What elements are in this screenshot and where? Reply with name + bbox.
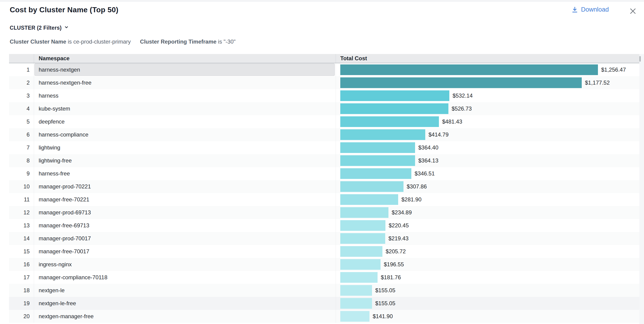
cost-value: $219.43 bbox=[388, 235, 408, 242]
row-cost-cell[interactable]: $281.90 bbox=[336, 193, 639, 206]
scrollbar-thumb[interactable] bbox=[639, 56, 641, 62]
row-cost-cell[interactable]: $234.89 bbox=[336, 206, 639, 219]
row-cost-cell[interactable]: $141.90 bbox=[336, 310, 639, 323]
row-cost-cell[interactable]: $414.79 bbox=[336, 128, 639, 141]
row-cost-cell[interactable]: $220.45 bbox=[336, 219, 639, 232]
row-cost-cell[interactable]: $532.14 bbox=[336, 89, 639, 102]
row-namespace-cell[interactable]: nextgen-manager-free bbox=[34, 310, 336, 323]
row-namespace-cell[interactable]: kube-system bbox=[34, 102, 336, 115]
row-rank: 11 bbox=[9, 193, 34, 206]
table-row[interactable]: 20 nextgen-manager-free $141.90 bbox=[9, 310, 639, 323]
row-cost-cell[interactable]: $181.76 bbox=[336, 271, 639, 284]
table-row[interactable]: 14 manager-prod-70017 $219.43 bbox=[9, 232, 639, 245]
table-row[interactable]: 6 harness-compliance $414.79 bbox=[9, 128, 639, 141]
table-row[interactable]: 7 lightwing $364.40 bbox=[9, 141, 639, 154]
namespace-label: manager-prod-70017 bbox=[39, 235, 91, 242]
table-row[interactable]: 5 deepfence $481.43 bbox=[9, 115, 639, 128]
namespace-label: manager-compliance-70118 bbox=[39, 274, 108, 281]
namespace-label: harness bbox=[39, 92, 58, 99]
vertical-scrollbar[interactable] bbox=[639, 54, 644, 324]
table-row[interactable]: 19 nextgen-le-free $155.05 bbox=[9, 297, 639, 310]
table-row[interactable]: 1 harness-nextgen $1,256.47 bbox=[9, 63, 639, 76]
cluster-filters-toggle[interactable]: CLUSTER (2 Filters) bbox=[10, 25, 69, 31]
row-namespace-cell[interactable]: harness-compliance bbox=[34, 128, 336, 141]
cost-table: Namespace Total Cost 1 harness-nextgen $… bbox=[9, 54, 639, 323]
table-row[interactable]: 10 manager-prod-70221 $307.86 bbox=[9, 180, 639, 193]
row-cost-cell[interactable]: $1,177.52 bbox=[336, 76, 639, 89]
row-namespace-cell[interactable]: lightwing-free bbox=[34, 154, 336, 167]
row-cost-cell[interactable]: $346.51 bbox=[336, 167, 639, 180]
cost-value: $1,177.52 bbox=[585, 79, 610, 86]
namespace-label: manager-free-70221 bbox=[39, 196, 89, 203]
table-row[interactable]: 12 manager-prod-69713 $234.89 bbox=[9, 206, 639, 219]
row-namespace-cell[interactable]: manager-prod-70221 bbox=[34, 180, 336, 193]
row-rank: 16 bbox=[9, 258, 34, 271]
row-namespace-cell[interactable]: manager-compliance-70118 bbox=[34, 271, 336, 284]
table-row[interactable]: 16 ingress-nginx $196.55 bbox=[9, 258, 639, 271]
row-cost-cell[interactable]: $196.55 bbox=[336, 258, 639, 271]
row-cost-cell[interactable]: $526.73 bbox=[336, 102, 639, 115]
cost-bar bbox=[340, 90, 449, 101]
table-row[interactable]: 9 harness-free $346.51 bbox=[9, 167, 639, 180]
cost-bar bbox=[340, 298, 372, 309]
row-namespace-cell[interactable]: nextgen-le-free bbox=[34, 297, 336, 310]
row-cost-cell[interactable]: $364.40 bbox=[336, 141, 639, 154]
row-namespace-cell[interactable]: deepfence bbox=[34, 115, 336, 128]
row-namespace-cell[interactable]: ingress-nginx bbox=[34, 258, 336, 271]
close-icon[interactable] bbox=[629, 7, 637, 15]
row-namespace-cell[interactable]: harness-nextgen bbox=[34, 63, 336, 76]
row-cost-cell[interactable]: $205.72 bbox=[336, 245, 639, 258]
table-row[interactable]: 8 lightwing-free $364.13 bbox=[9, 154, 639, 167]
namespace-label: nextgen-le bbox=[39, 287, 64, 294]
row-namespace-cell[interactable]: harness-nextgen-free bbox=[34, 76, 336, 89]
namespace-label: lightwing bbox=[39, 144, 60, 151]
row-namespace-cell[interactable]: manager-prod-69713 bbox=[34, 206, 336, 219]
row-cost-cell[interactable]: $481.43 bbox=[336, 115, 639, 128]
row-namespace-cell[interactable]: manager-free-70221 bbox=[34, 193, 336, 206]
table-row[interactable]: 13 manager-free-69713 $220.45 bbox=[9, 219, 639, 232]
row-cost-cell[interactable]: $155.05 bbox=[336, 297, 639, 310]
download-icon bbox=[571, 6, 578, 13]
cost-bar bbox=[340, 64, 598, 75]
namespace-label: manager-free-70017 bbox=[39, 248, 89, 255]
row-namespace-cell[interactable]: manager-free-69713 bbox=[34, 219, 336, 232]
row-namespace-cell[interactable]: nextgen-le bbox=[34, 284, 336, 297]
row-rank: 7 bbox=[9, 141, 34, 154]
row-cost-cell[interactable]: $364.13 bbox=[336, 154, 639, 167]
row-namespace-cell[interactable]: lightwing bbox=[34, 141, 336, 154]
table-row[interactable]: 18 nextgen-le $155.05 bbox=[9, 284, 639, 297]
row-cost-cell[interactable]: $307.86 bbox=[336, 180, 639, 193]
table-row[interactable]: 15 manager-free-70017 $205.72 bbox=[9, 245, 639, 258]
cost-bar bbox=[340, 181, 404, 192]
row-namespace-cell[interactable]: harness bbox=[34, 89, 336, 102]
cost-bar bbox=[340, 77, 582, 88]
cost-bar bbox=[340, 233, 385, 244]
row-rank: 2 bbox=[9, 76, 34, 89]
row-cost-cell[interactable]: $155.05 bbox=[336, 284, 639, 297]
cost-bar bbox=[340, 246, 382, 257]
namespace-label: harness-compliance bbox=[39, 131, 88, 138]
row-rank: 5 bbox=[9, 115, 34, 128]
row-namespace-cell[interactable]: harness-free bbox=[34, 167, 336, 180]
row-cost-cell[interactable]: $1,256.47 bbox=[336, 63, 639, 76]
row-namespace-cell[interactable]: manager-prod-70017 bbox=[34, 232, 336, 245]
table-row[interactable]: 4 kube-system $526.73 bbox=[9, 102, 639, 115]
row-cost-cell[interactable]: $219.43 bbox=[336, 232, 639, 245]
cost-value: $364.40 bbox=[418, 144, 438, 151]
namespace-label: manager-prod-69713 bbox=[39, 209, 91, 216]
download-button[interactable]: Download bbox=[571, 6, 609, 13]
table-row[interactable]: 3 harness $532.14 bbox=[9, 89, 639, 102]
table-row[interactable]: 2 harness-nextgen-free $1,177.52 bbox=[9, 76, 639, 89]
row-namespace-cell[interactable]: manager-free-70017 bbox=[34, 245, 336, 258]
cost-value: $196.55 bbox=[384, 261, 404, 268]
table-row[interactable]: 11 manager-free-70221 $281.90 bbox=[9, 193, 639, 206]
table-row[interactable]: 17 manager-compliance-70118 $181.76 bbox=[9, 271, 639, 284]
row-rank: 4 bbox=[9, 102, 34, 115]
cluster-filters-label: CLUSTER (2 Filters) bbox=[10, 25, 62, 31]
cost-bar bbox=[340, 207, 388, 218]
namespace-label: ingress-nginx bbox=[39, 261, 72, 268]
row-rank: 13 bbox=[9, 219, 34, 232]
row-rank: 14 bbox=[9, 232, 34, 245]
chevron-down-icon bbox=[64, 25, 69, 31]
filter-condition: Cluster Cluster Name is ce-prod-cluster-… bbox=[10, 39, 131, 45]
